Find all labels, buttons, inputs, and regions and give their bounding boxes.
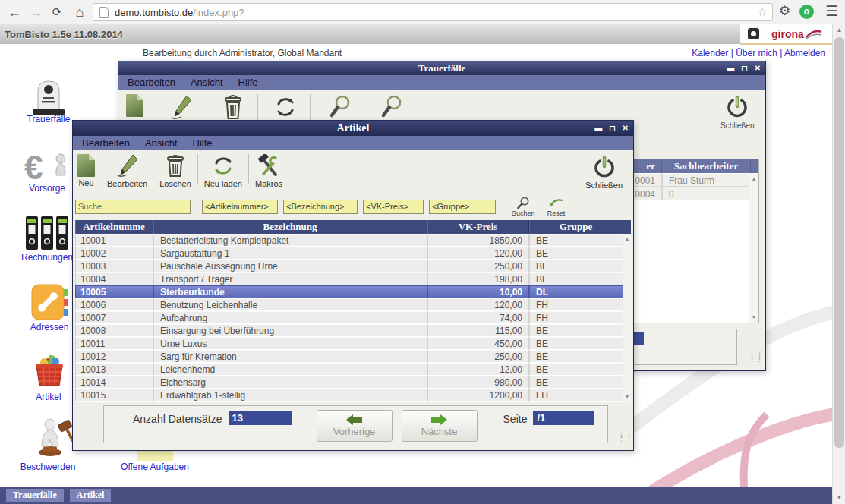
- artikel-titlebar[interactable]: Artikel ▬ ◻ ✕: [73, 121, 633, 136]
- sidebar-label-artikel[interactable]: Artikel: [18, 392, 79, 402]
- resize-grip[interactable]: ⋮⋮⋮⋮: [618, 433, 629, 444]
- suchen-button[interactable]: Suchen: [512, 197, 535, 217]
- column-header[interactable]: Sachbearbeiter: [662, 159, 751, 173]
- gruppe-filter-input[interactable]: [429, 200, 496, 214]
- table-row[interactable]: 10008Einsargung bei Überführung115,00BE: [75, 324, 631, 337]
- search-button[interactable]: [329, 94, 352, 120]
- minimize-icon[interactable]: ▬: [727, 64, 734, 73]
- close-icon[interactable]: ✕: [755, 64, 761, 73]
- edit-button[interactable]: [169, 94, 194, 120]
- artikelnummer-filter-input[interactable]: [202, 200, 278, 214]
- trauerfaelle-table-scrollbar[interactable]: ▲ ▼: [749, 173, 758, 323]
- scroll-down-icon[interactable]: ▼: [623, 394, 631, 399]
- menu-hilfe[interactable]: Hilfe: [193, 137, 213, 149]
- link-kalender[interactable]: Kalender: [692, 48, 728, 58]
- sidebar-item-rechnungen[interactable]: [26, 215, 70, 254]
- naechste-button[interactable]: Nächste: [402, 410, 478, 442]
- menu-ansicht[interactable]: Ansicht: [145, 137, 178, 149]
- table-row[interactable]: 10001Bestatterleistung Komplettpaket1850…: [75, 234, 631, 247]
- back-icon[interactable]: ←: [5, 2, 24, 22]
- sidebar-label-beschwerden[interactable]: Beschwerden: [10, 461, 86, 472]
- table-cell: BE: [529, 272, 623, 285]
- url-text: demo.tombisto.de/index.php?: [115, 7, 244, 18]
- reset-button[interactable]: Reset: [547, 197, 566, 217]
- maximize-icon[interactable]: ◻: [609, 124, 615, 133]
- resize-grip[interactable]: ⋮⋮⋮⋮: [749, 354, 759, 364]
- vorherige-button[interactable]: Vorherige: [317, 410, 393, 442]
- link-ueber-mich[interactable]: Über mich: [736, 48, 777, 58]
- scroll-up-icon[interactable]: ▲: [749, 176, 758, 181]
- home-icon[interactable]: ⌂: [70, 2, 90, 22]
- table-cell: BE: [529, 337, 623, 350]
- scroll-down-icon[interactable]: ▼: [749, 314, 758, 320]
- gear-icon[interactable]: ⚙: [779, 3, 790, 19]
- url-bar[interactable]: demo.tombisto.de/index.php? ☆: [93, 3, 773, 21]
- loeschen-button[interactable]: Löschen: [159, 154, 191, 188]
- table-row[interactable]: 10011Urne Luxus450,00BE: [75, 337, 631, 350]
- forward-icon[interactable]: →: [26, 2, 46, 22]
- column-header-artikelnummer[interactable]: Artikelnumme: [75, 220, 153, 234]
- taskbar-tab-artikel[interactable]: Artikel: [70, 489, 112, 502]
- search-advanced-button[interactable]: [380, 94, 403, 120]
- power-icon: [725, 93, 749, 120]
- open-tasks-label[interactable]: Offene Aufgaben: [112, 461, 197, 472]
- delete-button[interactable]: [222, 94, 244, 120]
- sidebar-label-trauerfaelle[interactable]: Trauerfälle: [18, 114, 79, 124]
- browser-scrollbar[interactable]: ▲ ▼: [832, 24, 845, 504]
- sidebar-label-vorsorge[interactable]: Vorsorge: [17, 183, 77, 194]
- minimize-icon[interactable]: ▬: [594, 124, 602, 133]
- table-row[interactable]: 10012Sarg für Kremation250,00BE: [75, 350, 631, 363]
- sidebar-item-artikel[interactable]: [30, 351, 70, 394]
- taskbar-tab-trauerfaelle[interactable]: Trauerfälle: [6, 489, 64, 502]
- table-row[interactable]: 10015Erdwahlgrab 1-stellig1200,00FH: [75, 389, 631, 402]
- menu-ansicht[interactable]: Ansicht: [191, 77, 223, 88]
- makros-button[interactable]: Makros: [255, 154, 282, 188]
- trauerfaelle-titlebar[interactable]: Trauerfälle ▬ ◻ ✕: [118, 61, 765, 75]
- menu-bearbeiten[interactable]: Bearbeiten: [82, 137, 130, 149]
- reload-button[interactable]: [273, 94, 298, 120]
- menu-bearbeiten[interactable]: Bearbeiten: [128, 77, 175, 88]
- brand-logo: girona: [771, 28, 804, 40]
- table-row[interactable]: 10002Sargaustattung 1120,00BE: [75, 247, 631, 260]
- camera-icon[interactable]: [748, 28, 759, 39]
- artikel-close-button[interactable]: Schließen: [585, 154, 623, 190]
- menu-hilfe[interactable]: Hilfe: [238, 77, 258, 88]
- table-row[interactable]: 10013Leichenhemd12,00BE: [75, 363, 631, 376]
- sidebar-label-adressen[interactable]: Adressen: [19, 322, 80, 332]
- bookmark-star-icon[interactable]: ☆: [758, 5, 768, 19]
- sidebar-item-vorsorge[interactable]: €: [23, 149, 71, 187]
- neu-button[interactable]: Neu: [77, 154, 95, 187]
- sidebar-item-trauerfaelle[interactable]: [27, 78, 70, 119]
- neu-laden-button[interactable]: Neu laden: [204, 154, 242, 188]
- link-separator: |: [731, 48, 733, 58]
- search-input[interactable]: [75, 200, 191, 214]
- column-header-vk-preis[interactable]: VK-Preis: [427, 220, 529, 234]
- extension-icon[interactable]: o: [799, 5, 814, 19]
- bearbeiten-button[interactable]: Bearbeiten: [107, 154, 147, 188]
- new-button[interactable]: [126, 94, 143, 117]
- column-header-gruppe[interactable]: Gruppe: [529, 220, 623, 234]
- table-row[interactable]: 10005Sterbeurkunde10,00DL: [75, 285, 631, 298]
- table-row[interactable]: 10007Aufbahrung74,00FH: [75, 311, 631, 324]
- table-row[interactable]: 10003Pauschale Aussegnung Urne250,00BE: [75, 260, 631, 272]
- column-header-bezeichnung[interactable]: Bezeichnung: [153, 220, 427, 234]
- trauerfaelle-close-button[interactable]: Schließen: [720, 93, 754, 130]
- table-cell: 10007: [75, 311, 153, 324]
- scroll-up-icon[interactable]: ▲: [833, 24, 845, 36]
- table-row[interactable]: 10014Eichensarg980,00BE: [75, 376, 631, 389]
- maximize-icon[interactable]: ◻: [741, 64, 747, 73]
- scroll-up-icon[interactable]: ▲: [623, 236, 631, 241]
- table-row[interactable]: 10006Benutzung Leichenhalle120,00FH: [75, 298, 631, 311]
- refresh-icon[interactable]: ⟳: [47, 2, 67, 22]
- vk-preis-filter-input[interactable]: [363, 200, 424, 214]
- close-icon[interactable]: ✕: [623, 124, 629, 133]
- table-row[interactable]: 10004Transport / Träger198,00BE: [75, 272, 631, 285]
- sidebar-item-adressen[interactable]: [30, 283, 70, 324]
- scroll-down-icon[interactable]: ▼: [833, 492, 845, 504]
- bezeichnung-filter-input[interactable]: [283, 200, 358, 214]
- artikel-table-scrollbar[interactable]: ▲ ▼: [623, 234, 631, 402]
- scrollbar-thumb[interactable]: [834, 37, 844, 448]
- menu-icon[interactable]: ☰: [825, 2, 837, 20]
- link-abmelden[interactable]: Abmelden: [784, 48, 825, 58]
- sidebar-label-rechnungen[interactable]: Rechnungen: [13, 252, 81, 263]
